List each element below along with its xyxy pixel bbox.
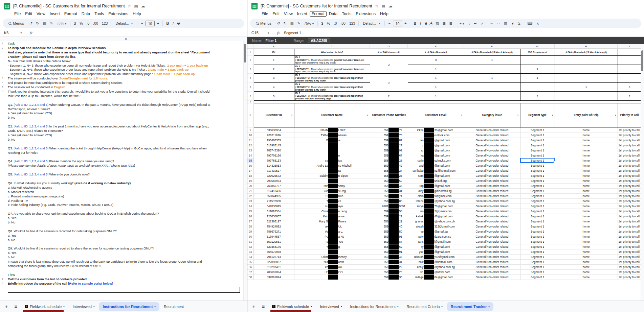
customer-name-cell[interactable]: FRANLOKE (294, 127, 370, 133)
customer-phone-cell[interactable]: 65827 (370, 143, 408, 148)
customer-phone-cell[interactable]: 65931 (370, 259, 408, 264)
requirement-cell[interactable] (520, 56, 555, 65)
priority-cell[interactable]: 1st priority to call (618, 229, 641, 234)
doc-line[interactable]: Flow (0, 273, 243, 277)
category-issue-cell[interactable]: General/Non-order related (464, 198, 520, 203)
sheet-tab[interactable]: 1 Fieldwork schedule ▾ (21, 302, 68, 312)
customer-id-cell[interactable]: 793788133 (253, 158, 294, 163)
left-sheet-grid[interactable]: B 1Task2To help call and schedule for 5 … (0, 37, 247, 301)
customer-email-cell[interactable]: kealy@yahoo.com.sg (408, 264, 464, 269)
filter-dropdown-icon[interactable]: ▼ (615, 114, 617, 117)
header-cell[interactable]: 29/3 Requirement (520, 49, 555, 56)
undo-button[interactable]: ↺ (275, 21, 281, 26)
doc-line[interactable]: Q8. Would it be fine if the session is r… (0, 229, 243, 234)
undo-button[interactable]: ↺ (28, 21, 34, 26)
entry-point-cell[interactable]: home (555, 219, 618, 224)
priority-cell[interactable]: 1st priority to call (618, 264, 641, 269)
customer-id-cell[interactable]: 794122713 (253, 254, 294, 259)
customer-name-header[interactable]: Customer Name▼ (294, 103, 370, 127)
category-issue-cell[interactable]: General/Non-order related (464, 153, 520, 158)
entry-point-cell[interactable]: home (555, 153, 618, 158)
entry-point-cell[interactable]: home (555, 173, 618, 178)
category-issue-cell[interactable]: General/Non-order related (464, 178, 520, 183)
customer-phone-cell[interactable]: 65821 (370, 219, 408, 224)
category-issue-cell[interactable]: General/Non-order related (464, 214, 520, 219)
category-issue-cell[interactable]: General/Non-order related (464, 188, 520, 193)
pax-recruited-cell[interactable]: 1 (408, 65, 464, 74)
font-family-select[interactable]: Defaul...▼ (361, 21, 382, 26)
all-sheets-button[interactable]: ≡ (12, 304, 20, 309)
entry-point-cell[interactable]: home (555, 158, 618, 163)
row-number[interactable]: 20 (247, 183, 253, 188)
segment-cell[interactable]: Segment 1 (520, 239, 555, 244)
doc-line[interactable]: Q6. In what industry are you currently w… (0, 181, 243, 186)
doc-line[interactable]: a. Marketing/advertising agency (0, 186, 243, 190)
category-issue-cell[interactable]: General/Non-order related (464, 234, 520, 239)
customer-name-cell[interactable]: Bai (294, 138, 370, 143)
row-number[interactable]: 34 (247, 254, 253, 259)
pax-to-recruit-cell[interactable]: 2 (370, 92, 408, 101)
filter-name-value[interactable]: Filter 1 (265, 39, 276, 43)
menu-item[interactable]: Data (327, 11, 339, 17)
priority-cell[interactable]: 1st priority to call (618, 138, 641, 143)
menus-search-button[interactable]: Menus (253, 21, 274, 26)
doc-line[interactable]: e. Ride-hailing industry (e.g. Grab, InD… (0, 203, 243, 207)
priority-cell[interactable]: 1st priority to call (618, 274, 641, 280)
category-issue-cell[interactable]: General/Non-order related (464, 133, 520, 138)
doc-line[interactable] (0, 207, 243, 212)
entry-point-cell[interactable]: home (555, 193, 618, 198)
customer-phone-cell[interactable]: 65967 (370, 153, 408, 158)
customer-id-cell[interactable]: 837861894 (253, 274, 294, 280)
segment-cell[interactable]: Segment 1 (520, 158, 555, 163)
customer-id-cell[interactable]: 785743320 (253, 148, 294, 153)
column-header[interactable]: B (253, 44, 294, 48)
doc-line[interactable] (0, 120, 243, 124)
doc-line[interactable]: 1Task (0, 42, 243, 46)
cohort-cell[interactable]: IDI 4( SEGMENT 2. Those who experience o… (294, 82, 370, 92)
doc-line[interactable] (0, 155, 243, 160)
column-header[interactable]: D (370, 44, 408, 48)
row-number[interactable]: 12 (247, 143, 253, 148)
row-number[interactable]: 31 (247, 239, 253, 244)
doc-line[interactable]: reaching out for help? (0, 151, 243, 155)
tab-menu-arrow-icon[interactable]: ▾ (311, 305, 312, 308)
customer-email-cell[interactable]: sam@gmail.com (408, 173, 464, 178)
row-number[interactable]: 8 (247, 103, 253, 127)
segment-cell[interactable]: Segment 1 (520, 264, 555, 269)
customer-id-cell[interactable]: 616983145 (253, 143, 294, 148)
requirement-cell[interactable]: 1 (520, 65, 555, 74)
column-header[interactable]: I (618, 44, 641, 48)
customer-id-cell[interactable]: 760850707 (253, 183, 294, 188)
cohort-cell[interactable]: IDI 3( SEGMENT 2. Those who experience o… (294, 74, 370, 83)
customer-phone-cell[interactable]: 65975 (370, 133, 408, 138)
customer-id-cell[interactable]: 664670968 (253, 249, 294, 254)
doc-line[interactable]: a. Yes (all need to answer YES) (0, 133, 243, 138)
priority-cell[interactable]: 1st priority to call (618, 173, 641, 178)
doc-line[interactable]: 2Briefly introduce the purpose of the ca… (0, 282, 243, 286)
entry-point-cell[interactable]: home (555, 168, 618, 173)
redo-button[interactable]: ↻ (282, 21, 288, 26)
customer-phone-cell[interactable]: 65980 (370, 198, 408, 203)
category-issue-cell[interactable]: General/Non-order related (464, 127, 520, 133)
entry-point-cell[interactable]: home (555, 264, 618, 269)
column-header[interactable]: H (555, 44, 618, 48)
row-number[interactable]: 10 (247, 133, 253, 138)
font-size-input[interactable]: 10 (393, 21, 402, 26)
menus-search-button[interactable]: Menus (5, 21, 27, 26)
entry-point-cell[interactable]: home (555, 269, 618, 274)
extra-cell[interactable] (618, 56, 641, 65)
doc-line[interactable]: 2To help call and schedule for 5 online … (0, 46, 243, 50)
merge-cells-button[interactable]: ⊟ (448, 21, 454, 26)
pax-recruited-cell[interactable]: 1 (408, 92, 464, 101)
menu-item[interactable]: Format (310, 11, 327, 17)
customer-name-cell[interactable]: Vea L. (294, 229, 370, 234)
doc-line[interactable]: N= 8 in total, with details of the crite… (0, 59, 243, 64)
priority-cell[interactable]: 1st priority to call (618, 214, 641, 219)
doc-line[interactable]: - Segment 2, N=3: those who experience o… (0, 68, 243, 72)
customer-phone-cell[interactable]: 65922 (370, 264, 408, 269)
customer-email-cell[interactable]: aloyg@hotmail.sg (408, 188, 464, 193)
customer-email-cell[interactable]: surfbabe91@hotmail.com (408, 168, 464, 173)
extra-cell[interactable] (618, 65, 641, 74)
italic-button[interactable]: I (171, 21, 175, 26)
pax-29march-cell[interactable] (555, 65, 618, 74)
